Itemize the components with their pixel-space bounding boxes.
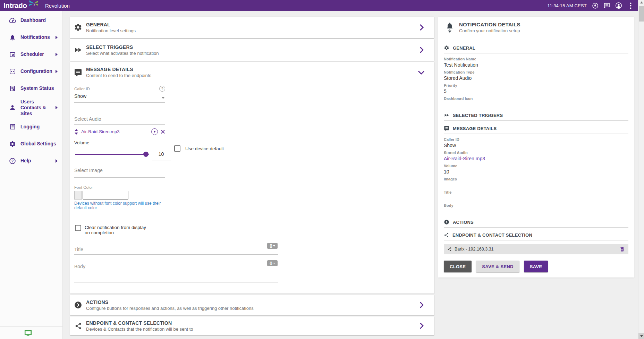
use-device-default-checkbox[interactable] — [174, 145, 180, 152]
actions-section-header[interactable]: ACTIONS Configure buttons for responses … — [70, 295, 434, 315]
system-status-icon — [9, 85, 16, 92]
sidebar-label: Help — [20, 158, 31, 164]
title-field[interactable]: Title {} — [74, 243, 278, 255]
chevron-right-icon[interactable] — [418, 24, 425, 31]
help-circle-icon[interactable]: ? — [159, 86, 165, 92]
sidebar-item-system-status[interactable]: System Status — [0, 80, 62, 97]
help-icon: ? — [9, 157, 16, 165]
clear-notification-checkbox[interactable] — [75, 225, 81, 231]
sidebar-item-users-contacts-sites[interactable]: Users Contacts & Sites — [0, 97, 62, 118]
scroll-down-button[interactable] — [638, 333, 644, 339]
divider — [444, 120, 628, 121]
sidebar-item-dashboard[interactable]: Dashboard — [0, 12, 62, 29]
section-subtitle: Devices & Contacts that the notification… — [86, 327, 193, 332]
audio-file-name[interactable]: Air-Raid-Siren.mp3 — [81, 129, 149, 134]
display-monitor-icon[interactable] — [24, 330, 32, 336]
insert-variable-button[interactable]: {} — [267, 243, 278, 249]
section-select-triggers: SELECT TRIGGERS Select what activates th… — [70, 39, 434, 61]
chevron-right-icon[interactable] — [418, 46, 425, 54]
intrado-logo[interactable]: Intrado — [3, 0, 40, 11]
summary-message-heading: MESSAGE DETAILS — [444, 126, 628, 131]
summary-section-title: MESSAGE DETAILS — [453, 126, 497, 131]
summary-triggers-heading: SELECTED TRIGGERS — [444, 112, 628, 118]
message-details-section-header[interactable]: MESSAGE DETAILS Content to send to the e… — [70, 62, 434, 83]
delete-endpoint-icon[interactable] — [619, 246, 625, 252]
summary-field: Images — [444, 177, 628, 188]
chevron-right-icon — [56, 53, 58, 56]
chevron-right-icon[interactable] — [418, 301, 425, 309]
alarm-icon[interactable] — [592, 2, 599, 9]
summary-field: Priority 5 — [444, 83, 628, 94]
caret-down-icon — [273, 245, 275, 247]
summary-field: Stored Audio Air-Raid-Siren.mp3 — [444, 151, 628, 162]
select-triggers-section-header[interactable]: SELECT TRIGGERS Select what activates th… — [70, 39, 434, 61]
share-icon — [447, 247, 452, 252]
summary-field: Caller ID Show — [444, 137, 628, 149]
chevron-right-icon[interactable] — [418, 322, 425, 330]
body-field[interactable]: Body {} — [74, 260, 278, 282]
remove-audio-icon[interactable] — [161, 129, 165, 134]
sidebar-item-logging[interactable]: Logging — [0, 118, 62, 135]
chat-bubble-icon — [74, 68, 83, 77]
sidebar-label: Notifications — [20, 34, 50, 40]
font-color-swatch[interactable] — [74, 191, 82, 200]
save-and-send-button[interactable]: SAVE & SEND — [476, 261, 519, 272]
sidebar-label: Scheduler — [20, 51, 44, 57]
insert-variable-button[interactable]: {} — [267, 260, 278, 266]
chevron-right-icon — [56, 70, 58, 73]
dragonfly-icon — [28, 0, 39, 7]
sidebar-item-scheduler[interactable]: Scheduler — [0, 46, 62, 63]
scrollbar-thumb[interactable] — [639, 6, 644, 22]
gear-icon — [9, 140, 16, 148]
summary-field: Volume 10 — [444, 164, 628, 175]
volume-value[interactable]: 10 — [152, 147, 171, 161]
page: Intrado Revolution 11:34:15 AM CEST — [0, 0, 644, 339]
chat-icon[interactable] — [603, 2, 610, 9]
notification-details-panel: NOTIFICATION DETAILS Confirm your notifi… — [438, 17, 634, 278]
sidebar-item-notifications[interactable]: Notifications — [0, 29, 62, 46]
token-glyph: {} — [270, 244, 272, 248]
select-audio-field[interactable]: Select Audio — [74, 116, 165, 125]
general-section-header[interactable]: GENERAL Notification level settings — [70, 17, 434, 38]
fast-forward-icon — [74, 45, 83, 54]
volume-label: Volume — [74, 140, 89, 145]
bell-icon — [9, 34, 16, 41]
vertical-scrollbar[interactable] — [638, 0, 644, 339]
chevron-down-icon[interactable] — [417, 69, 425, 76]
share-icon — [74, 321, 83, 330]
sidebar-item-help[interactable]: ? Help — [0, 152, 62, 169]
token-glyph: {} — [270, 261, 272, 265]
section-title: MESSAGE DETAILS — [86, 67, 151, 72]
close-button[interactable]: CLOSE — [444, 261, 472, 272]
account-icon[interactable] — [615, 2, 622, 9]
caller-id-field[interactable]: Caller ID Show ? — [74, 87, 165, 103]
endpoint-item-row[interactable]: Barix - 192.168.3.31 — [444, 244, 628, 254]
sort-handle-icon[interactable] — [74, 129, 78, 135]
share-icon — [444, 232, 449, 238]
play-audio-icon[interactable] — [151, 128, 158, 135]
dashboard-gauge-icon — [9, 17, 16, 24]
volume-slider-track[interactable] — [75, 154, 149, 155]
divider — [444, 53, 628, 53]
section-subtitle: Content to send to the endpoints — [86, 73, 151, 78]
volume-slider-handle[interactable] — [143, 152, 149, 157]
scroll-up-button[interactable] — [638, 1, 644, 6]
endpoint-section-header[interactable]: ENDPOINT & CONTACT SELECTION Devices & C… — [70, 316, 434, 335]
save-button[interactable]: SAVE — [524, 261, 548, 272]
chevron-right-icon — [56, 159, 58, 163]
use-device-default-option: Use device default — [174, 145, 224, 152]
sidebar-item-configuration[interactable]: Configuration — [0, 63, 62, 80]
clear-notification-label: Clear notification from display on compl… — [85, 225, 151, 235]
section-title: SELECT TRIGGERS — [86, 44, 159, 50]
sidebar-item-global-settings[interactable]: Global Settings — [0, 135, 62, 152]
summary-general-heading: GENERAL — [444, 45, 628, 51]
circle-arrow-icon — [74, 300, 83, 310]
sidebar-label: Dashboard — [20, 17, 46, 23]
font-color-input[interactable] — [83, 191, 128, 200]
kebab-menu-icon[interactable] — [627, 2, 634, 9]
selected-audio-row: Air-Raid-Siren.mp3 — [74, 128, 165, 135]
content-area: GENERAL Notification level settings — [63, 11, 638, 339]
gear-icon — [444, 45, 449, 51]
select-image-field[interactable]: Select Image — [74, 167, 165, 178]
body-label: Body — [74, 264, 85, 269]
